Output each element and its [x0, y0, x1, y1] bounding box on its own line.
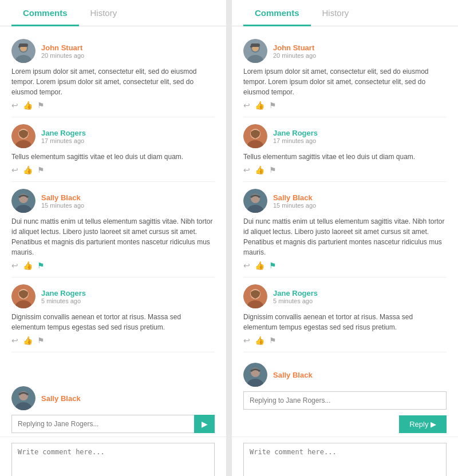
- flag-icon[interactable]: ⚑: [37, 101, 45, 110]
- like-icon[interactable]: 👍: [23, 101, 33, 110]
- comment-actions: ↩ 👍 ⚑: [243, 165, 447, 174]
- comment-text: Dignissim convallis aenean et tortor at …: [243, 312, 447, 332]
- reply-input-right[interactable]: [243, 391, 447, 410]
- reply-input-row-right: Reply ▶: [243, 391, 447, 433]
- left-panel: Comments History John Stuart: [0, 0, 226, 476]
- right-tabs: Comments History: [232, 0, 458, 26]
- comment-actions: ↩ 👍 ⚑: [243, 336, 447, 345]
- svg-rect-5: [18, 46, 21, 47]
- author-name: Sally Black: [273, 193, 316, 202]
- flag-icon[interactable]: ⚑: [37, 336, 45, 345]
- reply-author-name: Sally Black: [273, 371, 313, 379]
- comment-header: Jane Rogers 17 minutes ago: [243, 124, 447, 148]
- reply-input-left[interactable]: [11, 415, 194, 433]
- reply-author-name: Sally Black: [41, 394, 81, 403]
- author-info: John Stuart 20 minutes ago: [41, 43, 84, 59]
- right-comments-list: John Stuart 20 minutes ago Lorem ipsum d…: [232, 26, 458, 358]
- author-time: 5 minutes ago: [41, 298, 86, 304]
- reply-icon[interactable]: ↩: [243, 336, 250, 345]
- author-time: 15 minutes ago: [41, 202, 84, 209]
- separator: [226, 0, 232, 476]
- reply-send-button-left[interactable]: ▶: [194, 415, 215, 433]
- like-icon[interactable]: 👍: [255, 336, 264, 345]
- left-comments-list: John Stuart 20 minutes ago Lorem ipsum d…: [0, 26, 226, 382]
- reply-button-right[interactable]: Reply ▶: [399, 415, 447, 433]
- flag-icon[interactable]: ⚑: [269, 165, 277, 174]
- comment-header: John Stuart 20 minutes ago: [11, 39, 215, 63]
- reply-icon[interactable]: ↩: [11, 165, 18, 174]
- avatar: [11, 189, 35, 213]
- avatar: [11, 284, 35, 308]
- like-icon[interactable]: 👍: [23, 261, 33, 270]
- author-name: Jane Rogers: [41, 289, 86, 298]
- author-name: Jane Rogers: [273, 129, 318, 137]
- reply-icon[interactable]: ↩: [11, 261, 18, 270]
- author-info: Jane Rogers 17 minutes ago: [41, 129, 86, 144]
- right-panel: Comments History John Stuart: [232, 0, 458, 476]
- comment-text: Lorem ipsum dolor sit amet, consectetur …: [11, 66, 215, 97]
- author-info: Sally Black 15 minutes ago: [273, 193, 316, 209]
- comment-text: Lorem ipsum dolor sit amet, consectetur …: [243, 66, 447, 97]
- comment-actions: ↩ 👍 ⚑: [11, 261, 215, 270]
- flag-icon[interactable]: ⚑: [269, 261, 277, 270]
- author-time: 15 minutes ago: [273, 202, 316, 209]
- comment-block: Jane Rogers 17 minutes ago Tellus elemen…: [243, 117, 447, 182]
- author-time: 20 minutes ago: [41, 52, 84, 59]
- comment-text: Tellus elementum sagittis vitae et leo d…: [243, 152, 447, 162]
- reply-icon[interactable]: ↩: [243, 101, 250, 110]
- author-info: Sally Black 15 minutes ago: [41, 193, 84, 209]
- like-icon[interactable]: 👍: [23, 336, 33, 345]
- like-icon[interactable]: 👍: [255, 165, 264, 174]
- comment-header: John Stuart 20 minutes ago: [243, 39, 447, 63]
- reply-area-left: Sally Black ▶: [0, 382, 226, 437]
- new-comment-input-right[interactable]: [243, 443, 447, 476]
- comment-block: John Stuart 20 minutes ago Lorem ipsum d…: [243, 32, 447, 117]
- comment-block: Jane Rogers 5 minutes ago Dignissim conv…: [243, 277, 447, 352]
- like-icon[interactable]: 👍: [255, 101, 264, 110]
- reply-icon[interactable]: ↩: [11, 101, 18, 110]
- tab-comments-right[interactable]: Comments: [243, 0, 311, 26]
- avatar: [243, 39, 267, 63]
- comment-actions: ↩ 👍 ⚑: [11, 165, 215, 174]
- author-time: 17 minutes ago: [273, 137, 318, 144]
- comment-actions: ↩ 👍 ⚑: [243, 101, 447, 110]
- flag-icon[interactable]: ⚑: [37, 261, 45, 270]
- author-name: John Stuart: [41, 43, 84, 52]
- like-icon[interactable]: 👍: [23, 165, 33, 174]
- tab-history-right[interactable]: History: [311, 0, 361, 26]
- author-name: Jane Rogers: [273, 289, 318, 298]
- comment-text: Tellus elementum sagittis vitae et leo d…: [11, 152, 215, 162]
- avatar: [11, 124, 35, 148]
- comment-text: Dui nunc mattis enim ut tellus elementum…: [243, 216, 447, 257]
- tab-history-left[interactable]: History: [79, 0, 129, 26]
- like-icon[interactable]: 👍: [255, 261, 264, 270]
- comment-block: Sally Black 15 minutes ago Dui nunc matt…: [243, 182, 447, 277]
- flag-icon[interactable]: ⚑: [37, 165, 45, 174]
- comment-text: Dui nunc mattis enim ut tellus elementum…: [11, 216, 215, 257]
- comment-actions: ↩ 👍 ⚑: [243, 261, 447, 270]
- new-comment-area-right: Post: [232, 437, 458, 476]
- author-time: 5 minutes ago: [273, 298, 318, 304]
- reply-icon[interactable]: ↩: [243, 165, 250, 174]
- author-name: Sally Black: [41, 193, 84, 202]
- author-time: 17 minutes ago: [41, 137, 86, 144]
- author-time: 20 minutes ago: [273, 52, 316, 59]
- comment-header: Jane Rogers 5 minutes ago: [243, 284, 447, 308]
- avatar: [243, 363, 267, 387]
- tab-comments-left[interactable]: Comments: [11, 0, 79, 26]
- reply-icon[interactable]: ↩: [243, 261, 250, 270]
- comment-text: Dignissim convallis aenean et tortor at …: [11, 312, 215, 332]
- avatar: [243, 124, 267, 148]
- reply-input-row: ▶: [11, 415, 215, 433]
- avatar: [243, 189, 267, 213]
- comment-header: Sally Black 15 minutes ago: [11, 189, 215, 213]
- author-name: John Stuart: [273, 43, 316, 52]
- new-comment-input-left[interactable]: [11, 443, 215, 476]
- avatar: [243, 284, 267, 308]
- avatar: [11, 386, 35, 410]
- flag-icon[interactable]: ⚑: [269, 336, 277, 345]
- flag-icon[interactable]: ⚑: [269, 101, 277, 110]
- reply-icon[interactable]: ↩: [11, 336, 18, 345]
- comment-block: Jane Rogers 5 minutes ago Dignissim conv…: [11, 277, 215, 352]
- author-info: Jane Rogers 5 minutes ago: [273, 289, 318, 304]
